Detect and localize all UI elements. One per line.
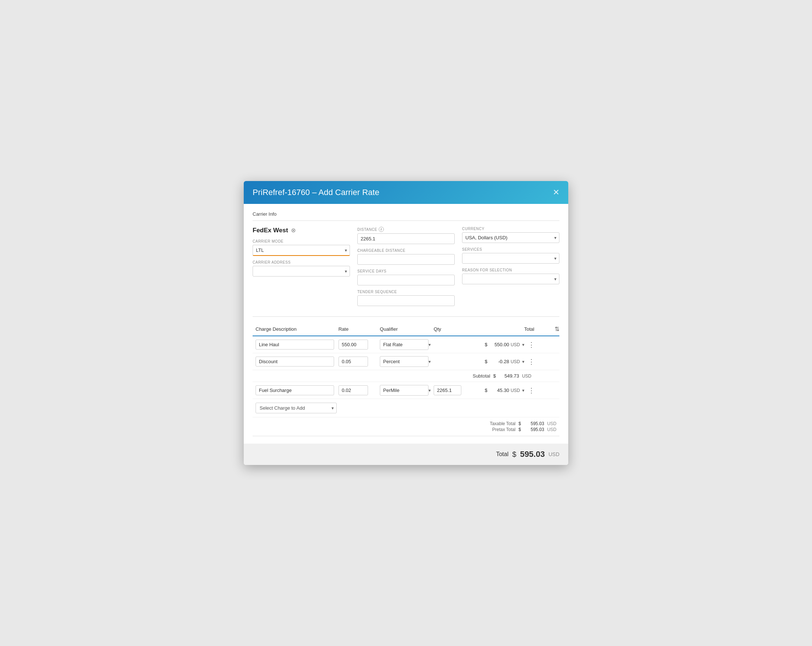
fuel-qualifier-cell: Flat Rate Percent PerMile	[380, 385, 433, 396]
linehaul-qualifier-select-wrapper: Flat Rate Percent PerMile	[380, 339, 433, 350]
reason-selection-select[interactable]	[462, 273, 559, 284]
grand-total-bar: Total $ 595.03 USD	[244, 444, 568, 465]
carrier-name-row: FedEx West ⊗	[253, 227, 350, 234]
carrier-info-grid: FedEx West ⊗ CARRIER MODE LTL FTL Parcel…	[253, 227, 559, 310]
chargeable-distance-group: CHARGEABLE DISTANCE	[357, 249, 455, 265]
carrier-mode-group: CARRIER MODE LTL FTL Parcel	[253, 239, 350, 256]
currency-select[interactable]: USA, Dollars (USD) EUR GBP	[462, 232, 559, 243]
pretax-total-row: Pretax Total $ 595.03 USD	[479, 427, 556, 432]
select-charge-wrapper: Select Charge to Add	[256, 403, 337, 413]
linehaul-qualifier-cell: Flat Rate Percent PerMile	[380, 339, 433, 350]
carrier-address-select[interactable]	[253, 266, 350, 276]
linehaul-total-cell: $ 550.00 USD ▾ ⋮	[475, 341, 537, 349]
linehaul-qualifier-select[interactable]: Flat Rate Percent PerMile	[380, 339, 428, 350]
charge-row-linehaul: Flat Rate Percent PerMile $ 550.00 USD ▾…	[253, 336, 559, 353]
modal-header: PriRefref-16760 – Add Carrier Rate ✕	[244, 181, 568, 204]
pretax-total-label: Pretax Total	[479, 427, 516, 432]
tender-sequence-group: TENDER SEQUENCE	[357, 290, 455, 306]
tender-sequence-input[interactable]	[357, 295, 455, 306]
taxable-total-row: Taxable Total $ 595.03 USD	[479, 421, 556, 426]
section-divider	[253, 220, 559, 221]
pretax-total-dollar: $	[519, 427, 521, 432]
reason-selection-select-wrapper	[462, 273, 559, 284]
fuel-qualifier-select-wrapper: Flat Rate Percent PerMile	[380, 385, 433, 396]
services-label: SERVICES	[462, 247, 559, 252]
chargeable-distance-label: CHARGEABLE DISTANCE	[357, 249, 455, 253]
fuel-dollar: $	[485, 388, 487, 393]
fuel-description-cell	[256, 385, 339, 395]
sort-icon[interactable]: ⇅	[537, 325, 559, 333]
modal-body: Carrier Info FedEx West ⊗ CARRIER MODE L…	[244, 204, 568, 444]
grand-total-dollar: $	[512, 450, 516, 459]
subtotal-dollar: $	[493, 373, 496, 379]
fuel-total-amount: 45.30	[489, 388, 509, 393]
distance-input[interactable]	[357, 234, 455, 244]
charges-table-header: Charge Description Rate Qualifier Qty To…	[253, 323, 559, 336]
fuel-total-currency: USD	[511, 388, 520, 393]
discount-rate-input[interactable]	[339, 357, 368, 367]
taxable-total-currency: USD	[547, 421, 556, 426]
services-group: SERVICES	[462, 247, 559, 264]
discount-qualifier-select-wrapper: Flat Rate Percent PerMile	[380, 356, 433, 367]
discount-chevron-button[interactable]: ▾	[521, 359, 525, 364]
taxable-total-dollar: $	[519, 421, 521, 426]
carrier-clear-button[interactable]: ⊗	[291, 228, 296, 234]
pretax-total-amount: 595.03	[524, 427, 544, 432]
carrier-address-select-wrapper	[253, 266, 350, 276]
carrier-mode-select-wrapper: LTL FTL Parcel	[253, 245, 350, 256]
discount-description-cell	[256, 357, 339, 367]
col-header-qty: Qty	[433, 326, 475, 332]
carrier-col-2: DISTANCE i CHARGEABLE DISTANCE SERVICE D…	[357, 227, 455, 310]
col-header-rate: Rate	[339, 326, 380, 332]
charge-row-fuel: Flat Rate Percent PerMile $ 45.30 USD ▾ …	[253, 382, 559, 399]
fuel-qualifier-select[interactable]: Flat Rate Percent PerMile	[380, 385, 428, 396]
close-button[interactable]: ✕	[553, 188, 559, 197]
services-select[interactable]	[462, 253, 559, 264]
select-charge-select[interactable]: Select Charge to Add	[256, 403, 337, 413]
reason-selection-group: REASON FOR SELECTION	[462, 268, 559, 284]
currency-select-wrapper: USA, Dollars (USD) EUR GBP	[462, 232, 559, 243]
col-header-qualifier: Qualifier	[380, 326, 433, 332]
carrier-mode-label: CARRIER MODE	[253, 239, 350, 243]
fuel-kebab-button[interactable]: ⋮	[527, 386, 536, 394]
taxable-total-label: Taxable Total	[479, 421, 516, 426]
discount-qualifier-select[interactable]: Flat Rate Percent PerMile	[380, 356, 428, 367]
pretax-total-currency: USD	[547, 427, 556, 432]
subtotal-row: Subtotal $ 549.73 USD	[253, 370, 559, 382]
service-days-input[interactable]	[357, 275, 455, 286]
fuel-chevron-button[interactable]: ▾	[521, 388, 525, 393]
services-select-wrapper	[462, 253, 559, 264]
discount-kebab-button[interactable]: ⋮	[527, 358, 536, 366]
carrier-info-title: Carrier Info	[253, 211, 559, 217]
linehaul-rate-input[interactable]	[339, 340, 368, 350]
fuel-rate-cell	[339, 385, 380, 395]
service-days-group: SERVICE DAYS	[357, 269, 455, 286]
carrier-mode-select[interactable]: LTL FTL Parcel	[253, 245, 350, 256]
discount-total-amount: -0.28	[489, 359, 509, 364]
taxable-total-amount: 595.03	[524, 421, 544, 426]
linehaul-total-currency: USD	[511, 342, 520, 347]
charges-divider	[253, 316, 559, 317]
linehaul-dollar: $	[485, 342, 487, 347]
charges-section: Charge Description Rate Qualifier Qty To…	[253, 316, 559, 436]
carrier-address-group: CARRIER ADDRESS	[253, 260, 350, 276]
chargeable-distance-input[interactable]	[357, 254, 455, 265]
carrier-col-1: FedEx West ⊗ CARRIER MODE LTL FTL Parcel…	[253, 227, 350, 310]
linehaul-chevron-button[interactable]: ▾	[521, 342, 525, 347]
currency-label: CURRENCY	[462, 227, 559, 231]
discount-description-input[interactable]	[256, 357, 334, 367]
linehaul-kebab-button[interactable]: ⋮	[527, 341, 536, 349]
service-days-label: SERVICE DAYS	[357, 269, 455, 273]
fuel-rate-input[interactable]	[339, 385, 368, 395]
linehaul-description-cell	[256, 340, 339, 350]
discount-rate-cell	[339, 357, 380, 367]
distance-label: DISTANCE i	[357, 227, 455, 232]
col-header-description: Charge Description	[256, 326, 339, 332]
totals-section: Taxable Total $ 595.03 USD Pretax Total …	[253, 417, 559, 436]
modal-title: PriRefref-16760 – Add Carrier Rate	[253, 188, 380, 197]
linehaul-description-input[interactable]	[256, 340, 334, 350]
discount-dollar: $	[485, 359, 487, 364]
currency-group: CURRENCY USA, Dollars (USD) EUR GBP	[462, 227, 559, 243]
fuel-description-input[interactable]	[256, 385, 334, 395]
fuel-qty-input[interactable]	[433, 385, 461, 395]
